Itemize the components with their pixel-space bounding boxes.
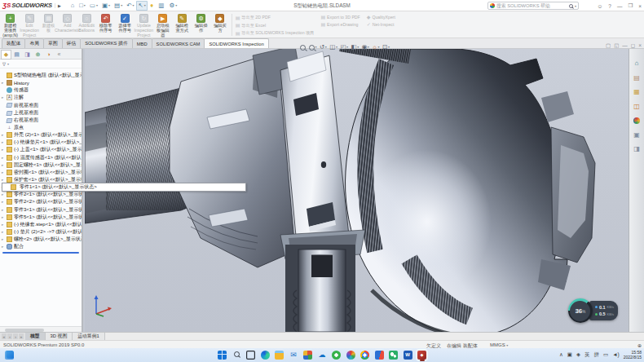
task-pane-tab[interactable]: ◫: [633, 104, 640, 110]
dropdown-caret-icon[interactable]: ▾: [357, 46, 359, 49]
tab-scroll-button[interactable]: ‹: [7, 333, 12, 339]
tree-item[interactable]: ▸ 零件5<1> (默认<<默认>_显示状态: [0, 214, 82, 221]
view-toolbar-button[interactable]: ◰ ▾: [340, 44, 348, 51]
panel-tab[interactable]: ◆: [1, 50, 11, 60]
dropdown-caret-icon[interactable]: ▾: [346, 46, 348, 49]
document-window-control[interactable]: ▢: [606, 42, 611, 49]
export-menu-item[interactable]: ▤ 导出至 2D PDF: [236, 15, 315, 20]
ribbon-button[interactable]: ▶ 启动模 板编辑 器: [153, 12, 172, 38]
quick-access-button[interactable]: ▭ ▾: [88, 1, 99, 11]
command-tab[interactable]: 布局: [24, 38, 44, 48]
panel-tab[interactable]: «: [54, 50, 64, 60]
quick-access-button[interactable]: ▤ ▾: [112, 1, 124, 11]
tree-item[interactable]: ▸ 零件2<1> (默认<<默认>_显示状态: [0, 191, 82, 198]
panel-tab[interactable]: ▤: [11, 50, 22, 60]
task-pane-tab[interactable]: ⌂: [635, 60, 639, 67]
help-search-box[interactable]: ▾: [487, 2, 579, 10]
tray-icon[interactable]: ∧: [559, 352, 563, 358]
taskbar-app-icon[interactable]: [303, 351, 312, 360]
tree-item[interactable]: ▸ (-) 垫片 (2)<2> ->? (默认<<默认>: [0, 228, 82, 236]
window-control-button[interactable]: ❐: [628, 2, 633, 9]
taskbar-clock[interactable]: 15:58 2022/8/15: [624, 351, 642, 360]
quick-access-button[interactable]: ●: [148, 1, 157, 11]
filter-caret-icon[interactable]: ▾: [7, 62, 9, 66]
taskbar-app-icon[interactable]: [246, 351, 255, 360]
net-speed-monitor[interactable]: 36% 0.1 KB/s 0.5 KB/s: [568, 298, 618, 323]
quick-access-button[interactable]: ⌂: [69, 1, 77, 11]
tray-icon[interactable]: 英: [584, 352, 590, 358]
task-pane-tab[interactable]: ▤: [633, 75, 640, 82]
quick-access-button[interactable]: ▣ ▾: [100, 1, 112, 11]
rollback-bar[interactable]: [2, 252, 79, 254]
command-tab[interactable]: SOLIDWORKS Inspection: [204, 38, 268, 48]
tree-item[interactable]: ▸ 密封圈<1> (默认<<默认>_显示状: [0, 169, 82, 176]
view-toolbar-button[interactable]: ◧ ▾: [351, 44, 359, 51]
ribbon-button[interactable]: ✎ 编辑检 查方式: [173, 12, 192, 38]
view-toolbar-button[interactable]: ◎: [300, 44, 307, 51]
taskbar-app-icon[interactable]: [360, 351, 369, 360]
tab-scroll-button[interactable]: «: [2, 333, 7, 339]
document-window-control[interactable]: ◱: [614, 42, 619, 49]
export-menu-item[interactable]: ▤ 导出至 Excel: [236, 23, 315, 29]
dropdown-caret-icon[interactable]: ▾: [84, 3, 86, 7]
tree-item[interactable]: ▸ History: [0, 79, 82, 86]
dropdown-caret-icon[interactable]: ▾: [175, 3, 177, 7]
taskbar-app-icon[interactable]: [275, 351, 284, 360]
ribbon-button[interactable]: ◆ 编辑买 方: [210, 12, 229, 38]
tray-icon[interactable]: ◈: [576, 352, 580, 358]
status-help-icon[interactable]: ⊕: [637, 342, 642, 348]
export-menu-item[interactable]: ▤ Export eDrawing: [320, 22, 359, 27]
document-tab[interactable]: 3D 视图: [46, 333, 73, 340]
units-caret-icon[interactable]: ▾: [506, 343, 508, 347]
dropdown-caret-icon[interactable]: ▾: [388, 46, 390, 49]
tree-item[interactable]: ▸ (-) 温度传感器<1> (默认<<默认>_: [0, 154, 82, 161]
ribbon-button[interactable]: ⚙ 编辑操 作: [192, 12, 210, 38]
tree-item[interactable]: ▸ (-) 绝缘垫片<1> (默认<<默认>_显: [0, 139, 82, 146]
menu-flyout-arrow[interactable]: ▶: [55, 3, 61, 8]
view-toolbar-button[interactable]: ◉ ▾: [362, 44, 369, 51]
view-toolbar-button[interactable]: ⊡ ▾: [382, 44, 390, 51]
tree-item[interactable]: S型铂铑热电阻 (默认<默认_显示状态-1: [0, 72, 82, 79]
taskbar-app-icon[interactable]: W: [404, 351, 412, 360]
tree-item[interactable]: ▸ 固定螺栓<1> (默认<<默认>_显示: [0, 161, 82, 169]
solidworks-logo[interactable]: ƷS SOLIDWORKS: [2, 2, 52, 9]
view-toolbar-button[interactable]: ◫ ▾: [329, 44, 337, 51]
view-toolbar-button[interactable]: ↺ ▾: [320, 44, 327, 51]
task-pane-tab[interactable]: ◨: [633, 146, 640, 152]
command-tab[interactable]: 草图: [43, 38, 63, 48]
quick-access-button[interactable]: ⚙ ▾: [167, 1, 179, 11]
tree-item[interactable]: 前视基准面: [0, 102, 82, 109]
quick-access-button[interactable]: ↶ ▾: [125, 1, 135, 11]
tray-icon[interactable]: ▭: [603, 352, 608, 358]
export-menu-item[interactable]: ▤ 导出至 SOLIDWORKS Inspection 项目: [236, 30, 315, 36]
document-tab[interactable]: 模型: [25, 333, 46, 340]
ribbon-button[interactable]: ✎ Edit Inspection Project: [20, 12, 38, 38]
tree-hscrollbar[interactable]: [0, 326, 82, 332]
task-pane-tab[interactable]: ▣: [633, 132, 640, 139]
tree-filter[interactable]: ∇ ▾: [0, 60, 82, 68]
tree-item[interactable]: ▸ 配合: [0, 243, 82, 250]
ribbon-button[interactable]: ↻ Update Inspection Project: [135, 12, 153, 38]
dropdown-caret-icon[interactable]: ▾: [108, 3, 110, 7]
taskbar-app-icon[interactable]: [218, 351, 227, 360]
document-window-control[interactable]: ◻: [631, 42, 635, 49]
view-toolbar-button[interactable]: ☼ ▾: [372, 44, 379, 51]
scrollbar-thumb[interactable]: [5, 329, 44, 332]
search-input[interactable]: [496, 3, 567, 8]
tree-item[interactable]: 右视基准面: [0, 117, 82, 124]
panel-tab[interactable]: ⊕: [33, 50, 43, 60]
document-window-control[interactable]: ×: [638, 42, 642, 49]
dropdown-caret-icon[interactable]: ▾: [96, 3, 98, 7]
widgets-icon[interactable]: [5, 351, 14, 360]
task-pane-tab[interactable]: ●: [633, 117, 640, 124]
tree-item[interactable]: ⊥ 原点: [0, 124, 82, 131]
tree-item[interactable]: ▸ (-) 绝缘套.step<1> (默认<<默认>: [0, 221, 82, 228]
quick-access-button[interactable]: ↖ ▾: [136, 1, 147, 11]
ribbon-button[interactable]: ○ Add/Edit Balloons: [77, 12, 96, 38]
command-tab[interactable]: 评估: [62, 38, 82, 48]
dropdown-caret-icon[interactable]: ▾: [132, 3, 134, 7]
taskbar-app-icon[interactable]: ☁: [318, 351, 327, 360]
dropdown-caret-icon[interactable]: ▾: [378, 46, 380, 49]
tree-item[interactable]: ▸ 零件3<1> (默认<<默认>_显示状态: [0, 206, 82, 214]
tray-icon[interactable]: ◄): [612, 352, 620, 358]
